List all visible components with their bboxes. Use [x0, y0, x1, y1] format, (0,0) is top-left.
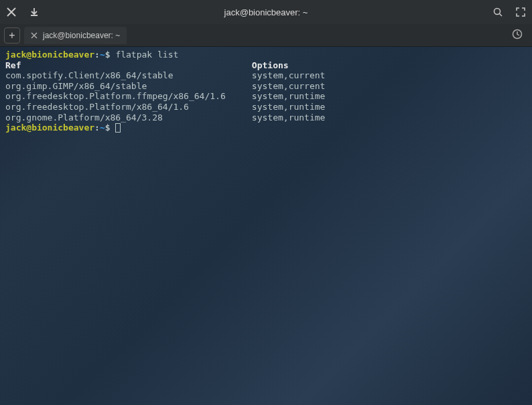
- prompt-path: ~: [100, 50, 105, 60]
- tabbar: + jack@bionicbeaver: ~: [0, 24, 532, 47]
- list-row: org.gimp.GIMP/x86_64/stable system,curre…: [5, 81, 325, 91]
- prompt-symbol: $: [105, 123, 111, 133]
- titlebar-right-controls: [493, 7, 525, 17]
- history-icon[interactable]: [512, 29, 523, 39]
- tab-close-icon[interactable]: [31, 32, 38, 39]
- titlebar-left-controls: [7, 7, 39, 17]
- column-header-options: Options: [252, 60, 289, 70]
- command-text: flatpak list: [115, 50, 178, 60]
- prompt-symbol: $: [105, 50, 111, 60]
- svg-point-0: [494, 9, 501, 15]
- window-title: jack@bionicbeaver: ~: [39, 7, 493, 17]
- tab-label: jack@bionicbeaver: ~: [43, 31, 120, 40]
- list-row: org.gnome.Platform/x86_64/3.28 system,ru…: [5, 112, 325, 123]
- download-icon[interactable]: [29, 7, 39, 17]
- new-tab-button[interactable]: +: [4, 27, 20, 44]
- fullscreen-icon[interactable]: [516, 7, 525, 17]
- search-icon[interactable]: [493, 7, 503, 17]
- tab-terminal[interactable]: jack@bionicbeaver: ~: [24, 27, 127, 44]
- column-header-ref: Ref: [5, 60, 252, 70]
- list-row: org.freedesktop.Platform/x86_64/1.6 syst…: [5, 102, 325, 112]
- terminal-output[interactable]: jack@bionicbeaver:~$ flatpak list Ref Op…: [0, 47, 532, 136]
- titlebar: jack@bionicbeaver: ~: [0, 0, 532, 24]
- prompt-separator: :: [94, 123, 100, 133]
- prompt-path: ~: [100, 123, 105, 133]
- cursor: [115, 123, 121, 133]
- close-icon[interactable]: [7, 7, 16, 17]
- prompt-separator: :: [94, 50, 100, 60]
- prompt-user: jack@bionicbeaver: [5, 123, 94, 133]
- list-row: com.spotify.Client/x86_64/stable system,…: [5, 70, 325, 80]
- tabbar-right: [512, 29, 523, 42]
- list-row: org.freedesktop.Platform.ffmpeg/x86_64/1…: [5, 91, 325, 101]
- prompt-user: jack@bionicbeaver: [5, 50, 94, 60]
